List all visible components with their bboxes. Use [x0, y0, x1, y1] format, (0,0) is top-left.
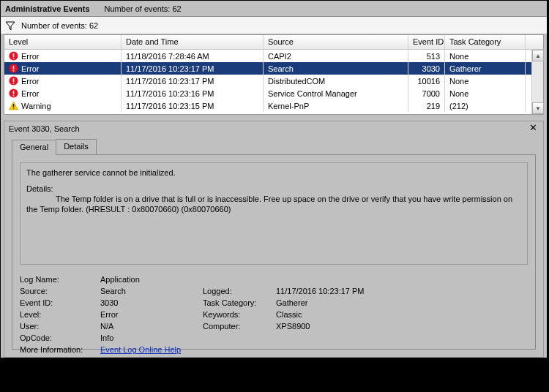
msg-line1: The gatherer service cannot be initializ…	[26, 167, 521, 178]
level-value: Error	[100, 310, 203, 319]
col-header-datetime[interactable]: Date and Time	[122, 35, 264, 49]
opcode-label: OpCode:	[20, 333, 100, 342]
event-log-online-help-link[interactable]: Event Log Online Help	[100, 345, 181, 354]
log-name-value: Application	[100, 275, 203, 284]
keywords-label: Keywords:	[203, 310, 276, 319]
row-event-id: 513	[408, 50, 445, 63]
table-row[interactable]: Error11/18/2016 7:28:46 AMCAPI2513None	[4, 50, 543, 62]
row-source: DistributedCOM	[264, 75, 408, 88]
message-box: The gatherer service cannot be initializ…	[20, 162, 528, 265]
task-cat-label: Task Category:	[203, 298, 276, 307]
svg-rect-5	[13, 66, 15, 69]
logged-value: 11/17/2016 10:23:17 PM	[276, 287, 452, 295]
app-title: Administrative Events	[5, 4, 90, 13]
msg-line3: The Temp folder is on a drive that is fu…	[26, 194, 521, 214]
source-label: Source:	[20, 287, 100, 295]
scroll-down-icon[interactable]: ▼	[532, 102, 544, 114]
col-header-task-cat[interactable]: Task Category	[445, 35, 526, 49]
svg-rect-9	[13, 83, 15, 84]
computer-label: Computer:	[203, 322, 276, 331]
row-datetime: 11/17/2016 10:23:16 PM	[122, 87, 264, 100]
level-label: Level:	[20, 310, 100, 319]
filter-bar: Number of events: 62	[1, 17, 547, 34]
keywords-value: Classic	[276, 310, 452, 319]
kv-grid: Log Name: Application Source: Search Log…	[20, 275, 528, 354]
row-level: Error	[21, 89, 39, 98]
row-source: Kernel-PnP	[264, 99, 408, 113]
row-level: Warning	[21, 102, 51, 110]
warning-icon	[9, 101, 18, 110]
source-value: Search	[100, 287, 203, 295]
row-event-id: 219	[408, 99, 445, 113]
computer-value: XPS8900	[276, 322, 452, 331]
grid-header: Level Date and Time Source Event ID Task…	[4, 35, 543, 50]
col-header-source[interactable]: Source	[264, 35, 408, 49]
filter-icon[interactable]	[5, 20, 15, 31]
details-pane: Event 3030, Search ✕ General Details The…	[4, 121, 544, 358]
vertical-scrollbar[interactable]: ▲ ▼	[531, 50, 543, 114]
header-count: Number of events: 62	[105, 4, 182, 13]
error-icon	[9, 88, 18, 98]
row-datetime: 11/17/2016 10:23:15 PM	[122, 99, 264, 113]
svg-rect-8	[13, 78, 15, 82]
row-datetime: 11/18/2016 7:28:46 AM	[122, 50, 264, 63]
close-icon[interactable]: ✕	[527, 123, 539, 135]
task-cat-value: Gatherer	[276, 298, 452, 307]
header-bar: Administrative Events Number of events: …	[1, 1, 547, 17]
error-icon	[9, 64, 18, 73]
svg-rect-2	[13, 53, 15, 57]
event-grid: Level Date and Time Source Event ID Task…	[4, 34, 544, 115]
row-source: Service Control Manager	[264, 87, 408, 100]
row-source: CAPI2	[264, 50, 408, 63]
svg-rect-6	[13, 70, 15, 72]
table-row[interactable]: Error11/17/2016 10:23:17 PMDistributedCO…	[4, 75, 543, 87]
svg-marker-0	[6, 22, 15, 30]
svg-rect-12	[13, 95, 15, 97]
row-task-cat: None	[445, 50, 526, 63]
user-label: User:	[20, 322, 100, 331]
row-level: Error	[21, 77, 39, 86]
row-task-cat: Gatherer	[445, 62, 526, 75]
svg-rect-11	[13, 91, 15, 94]
logged-label: Logged:	[203, 287, 276, 295]
row-level: Error	[21, 52, 39, 61]
details-title: Event 3030, Search	[9, 124, 80, 133]
error-icon	[9, 51, 18, 61]
opcode-value: Info	[100, 333, 203, 342]
user-value: N/A	[100, 322, 203, 331]
log-name-label: Log Name:	[20, 275, 100, 284]
row-task-cat: (212)	[445, 99, 526, 113]
scroll-up-icon[interactable]: ▲	[532, 50, 544, 61]
tab-details[interactable]: Details	[56, 139, 97, 154]
more-info-label: More Information:	[20, 345, 100, 354]
row-datetime: 11/17/2016 10:23:17 PM	[122, 75, 264, 88]
event-id-value: 3030	[100, 298, 203, 307]
col-header-event-id[interactable]: Event ID	[408, 35, 445, 49]
tab-general[interactable]: General	[12, 140, 56, 155]
row-event-id: 7000	[408, 87, 445, 100]
event-id-label: Event ID:	[20, 298, 100, 307]
row-task-cat: None	[445, 75, 526, 88]
svg-rect-15	[13, 108, 14, 108]
row-source: Search	[264, 62, 408, 75]
col-header-scroll	[526, 35, 537, 49]
table-row[interactable]: Error11/17/2016 10:23:17 PMSearch3030Gat…	[4, 62, 543, 75]
svg-rect-14	[13, 104, 14, 107]
row-datetime: 11/17/2016 10:23:17 PM	[122, 62, 264, 75]
msg-line2: Details:	[26, 184, 521, 194]
row-task-cat: None	[445, 87, 526, 100]
table-row[interactable]: Warning11/17/2016 10:23:15 PMKernel-PnP2…	[4, 99, 543, 112]
row-event-id: 10016	[408, 75, 445, 88]
svg-rect-3	[13, 58, 15, 59]
tab-body: The gatherer service cannot be initializ…	[12, 154, 536, 350]
row-event-id: 3030	[408, 62, 445, 75]
filter-count: Number of events: 62	[21, 21, 98, 30]
table-row[interactable]: Error11/17/2016 10:23:16 PMService Contr…	[4, 87, 543, 99]
error-icon	[9, 76, 18, 86]
row-level: Error	[21, 64, 39, 73]
col-header-level[interactable]: Level	[4, 35, 122, 49]
